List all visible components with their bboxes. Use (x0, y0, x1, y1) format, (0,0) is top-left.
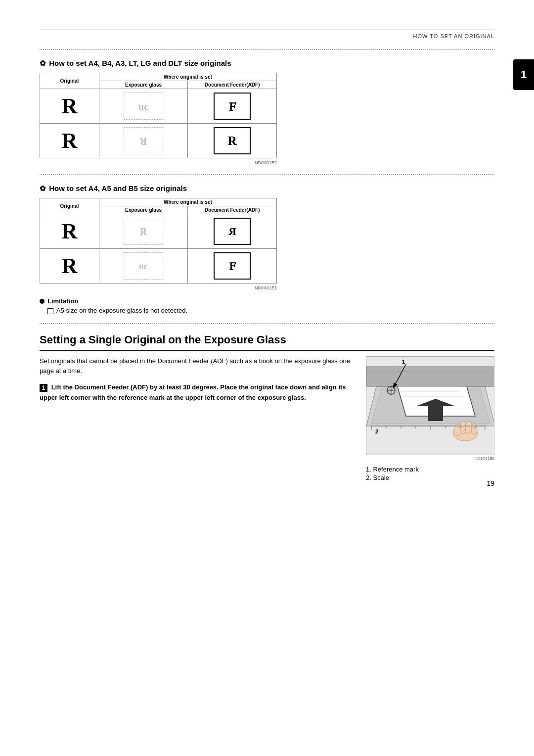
table2-row2-orig: R (40, 249, 99, 284)
limitation-text: A5 size on the exposure glass is not det… (47, 307, 494, 314)
ref1: 1. Reference mark (366, 466, 494, 473)
table1-col2-header: Where original is set (99, 73, 276, 81)
table2-row1-adf: R (188, 214, 277, 249)
table2-col2-header: Where original is set (99, 198, 276, 206)
section1-title: ✿ How to set A4, B4, A3, LT, LG and DLT … (40, 59, 494, 68)
step1-number: 1 (40, 384, 47, 392)
ref-list: 1. Reference mark 2. Scale (366, 466, 494, 481)
sun-icon-2: ✿ (40, 184, 46, 193)
table1-adf-header: Document Feeder(ADF) (188, 81, 277, 89)
table2: Original Where original is set Exposure … (40, 198, 277, 284)
main-section: Setting a Single Original on the Exposur… (40, 333, 494, 482)
illustration: 1 2 (366, 356, 494, 455)
table1-row2-exposure: R (99, 124, 188, 158)
divider-3 (40, 323, 494, 324)
main-section-left: Set originals that cannot be placed in t… (40, 356, 356, 403)
sun-icon-1: ✿ (40, 59, 46, 68)
table1: Original Where original is set Exposure … (40, 73, 277, 158)
svg-point-18 (471, 424, 477, 434)
section-description: Set originals that cannot be placed in t… (40, 356, 356, 377)
main-section-right: 1 2 (366, 356, 494, 482)
divider-2 (40, 174, 494, 175)
section2-title: ✿ How to set A4, A5 and B5 size original… (40, 184, 494, 193)
table2-row2-exposure: uc (99, 249, 188, 284)
table1-row1-adf: Ⅎ (188, 89, 277, 124)
tab-marker: 1 (513, 59, 534, 90)
checkbox-icon (47, 308, 53, 314)
main-section-content: Set originals that cannot be placed in t… (40, 356, 494, 482)
page: HOW TO SET AN ORIGINAL 1 ✿ How to set A4… (0, 0, 534, 512)
table2-exposure-header: Exposure glass (99, 206, 188, 214)
bullet-icon (40, 299, 44, 304)
table2-row2-adf: Ⅎ (188, 249, 277, 284)
table1-caption: ND0X01E2 (40, 160, 277, 165)
page-header: HOW TO SET AN ORIGINAL (40, 30, 494, 39)
table2-row1-exposure: R (99, 214, 188, 249)
svg-text:2: 2 (375, 428, 378, 434)
limitation-title: Limitation (40, 297, 494, 305)
table2-adf-header: Document Feeder(ADF) (188, 206, 277, 214)
ref2: 2. Scale (366, 474, 494, 481)
table2-row1-orig: R (40, 214, 99, 249)
main-section-title: Setting a Single Original on the Exposur… (40, 333, 494, 351)
table1-col1-header: Original (40, 73, 99, 89)
header-text: HOW TO SET AN ORIGINAL (413, 33, 494, 39)
table1-row2-adf: R (188, 124, 277, 158)
table2-caption: ND0X01E1 (40, 285, 277, 290)
page-number: 19 (487, 479, 494, 487)
table1-exposure-header: Exposure glass (99, 81, 188, 89)
step1-content: Lift the Document Feeder (ADF) by at lea… (40, 383, 346, 401)
table1-row1-orig: R (40, 89, 99, 124)
divider-top (40, 49, 494, 50)
illustration-caption: ND1C01E0 (366, 456, 494, 461)
table2-col1-header: Original (40, 198, 99, 214)
svg-text:1: 1 (402, 359, 405, 365)
table1-row2-orig: R (40, 124, 99, 158)
table1-row1-exposure: uc (99, 89, 188, 124)
limitation-section: Limitation A5 size on the exposure glass… (40, 297, 494, 314)
illustration-svg: 1 2 (366, 357, 494, 455)
svg-marker-6 (366, 367, 494, 386)
step1-text: 1 Lift the Document Feeder (ADF) by at l… (40, 382, 356, 403)
